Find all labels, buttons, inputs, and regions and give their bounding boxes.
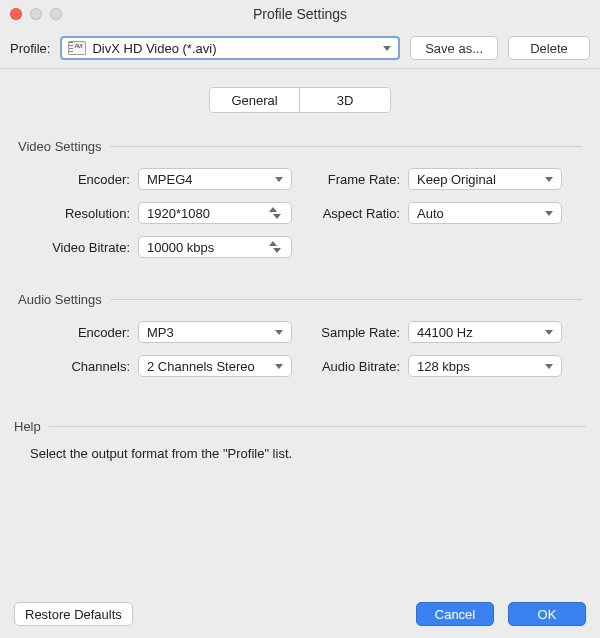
audio-encoder-select[interactable]: MP3 [138,321,292,343]
video-bitrate-select[interactable]: 10000 kbps [138,236,292,258]
video-settings-header: Video Settings [18,139,582,154]
zoom-icon [50,8,62,20]
minimize-icon [30,8,42,20]
chevron-up-down-icon [269,241,285,253]
profile-select[interactable]: DivX HD Video (*.avi) [60,36,400,60]
audio-settings-group: Audio Settings Encoder: MP3 Sample Rate:… [0,292,600,389]
frame-rate-label: Frame Rate: [312,172,400,187]
delete-button[interactable]: Delete [508,36,590,60]
help-text: Select the output format from the "Profi… [14,446,586,461]
video-settings-group: Video Settings Encoder: MPEG4 Frame Rate… [0,139,600,270]
chevron-up-down-icon [269,207,285,219]
help-header: Help [14,419,586,434]
profile-value: DivX HD Video (*.avi) [92,41,378,56]
tab-general[interactable]: General [210,88,300,112]
resolution-label: Resolution: [18,206,130,221]
chevron-down-icon [275,364,283,369]
tab-3d[interactable]: 3D [300,88,390,112]
sample-rate-label: Sample Rate: [312,325,400,340]
segmented-control: General 3D [209,87,391,113]
sample-rate-value: 44100 Hz [417,325,473,340]
aspect-ratio-label: Aspect Ratio: [312,206,400,221]
tab-bar: General 3D [0,79,600,131]
audio-settings-header: Audio Settings [18,292,582,307]
profile-label: Profile: [10,41,50,56]
content: General 3D Video Settings Encoder: MPEG4… [0,69,600,471]
aspect-ratio-value: Auto [417,206,444,221]
chevron-down-icon [545,330,553,335]
window-title: Profile Settings [0,6,600,22]
resolution-select[interactable]: 1920*1080 [138,202,292,224]
video-encoder-label: Encoder: [18,172,130,187]
audio-bitrate-value: 128 kbps [417,359,470,374]
avi-file-icon [68,41,86,55]
close-icon[interactable] [10,8,22,20]
resolution-value: 1920*1080 [147,206,210,221]
aspect-ratio-select[interactable]: Auto [408,202,562,224]
video-encoder-select[interactable]: MPEG4 [138,168,292,190]
video-bitrate-value: 10000 kbps [147,240,214,255]
audio-bitrate-label: Audio Bitrate: [312,359,400,374]
cancel-button[interactable]: Cancel [416,602,494,626]
audio-bitrate-select[interactable]: 128 kbps [408,355,562,377]
help-title: Help [14,419,41,434]
chevron-down-icon [378,46,396,51]
channels-value: 2 Channels Stereo [147,359,255,374]
footer: Restore Defaults Cancel OK [0,590,600,638]
window-controls [0,8,62,20]
chevron-down-icon [545,177,553,182]
chevron-down-icon [275,330,283,335]
frame-rate-value: Keep Original [417,172,496,187]
audio-encoder-value: MP3 [147,325,174,340]
divider [49,426,586,427]
sample-rate-select[interactable]: 44100 Hz [408,321,562,343]
chevron-down-icon [545,211,553,216]
audio-settings-title: Audio Settings [18,292,102,307]
video-bitrate-label: Video Bitrate: [18,240,130,255]
profile-toolbar: Profile: DivX HD Video (*.avi) Save as..… [0,28,600,69]
help-group: Help Select the output format from the "… [0,419,600,461]
video-encoder-value: MPEG4 [147,172,193,187]
save-as-button[interactable]: Save as... [410,36,498,60]
chevron-down-icon [545,364,553,369]
ok-button[interactable]: OK [508,602,586,626]
channels-label: Channels: [18,359,130,374]
video-settings-title: Video Settings [18,139,102,154]
restore-defaults-button[interactable]: Restore Defaults [14,602,133,626]
titlebar: Profile Settings [0,0,600,28]
audio-encoder-label: Encoder: [18,325,130,340]
divider [110,146,582,147]
channels-select[interactable]: 2 Channels Stereo [138,355,292,377]
frame-rate-select[interactable]: Keep Original [408,168,562,190]
chevron-down-icon [275,177,283,182]
divider [110,299,582,300]
